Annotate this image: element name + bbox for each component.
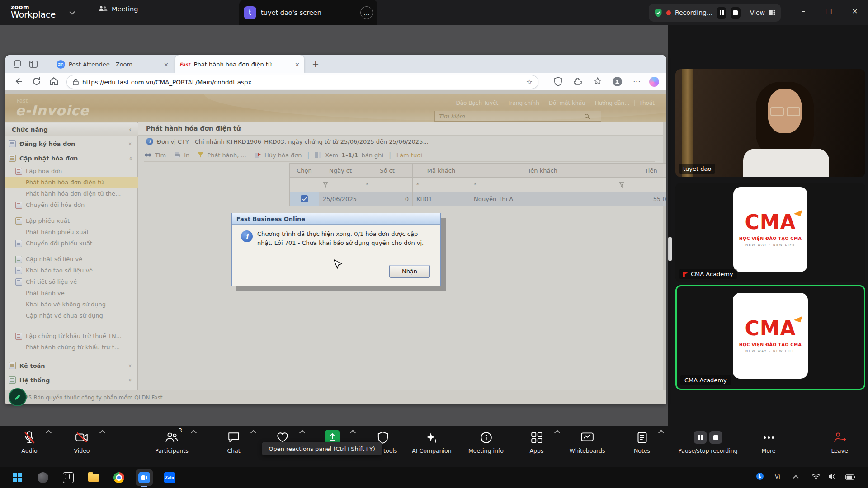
participant-name-label: CMA Academy xyxy=(679,269,737,279)
dialog-ok-button[interactable]: Nhận xyxy=(389,265,430,278)
leave-button[interactable]: Leave xyxy=(806,429,868,454)
stop-recording-icon[interactable] xyxy=(709,431,722,444)
favorites-icon[interactable] xyxy=(593,77,602,86)
mic-muted-icon xyxy=(23,431,36,444)
annotation-pencil-button[interactable] xyxy=(9,388,27,406)
tab-meeting[interactable]: Meeting xyxy=(99,5,138,13)
mouse-cursor xyxy=(334,259,344,270)
whiteboard-icon xyxy=(580,432,594,443)
pause-recording-icon[interactable] xyxy=(694,431,707,444)
glasses xyxy=(770,107,784,116)
browser-tab-einvoice[interactable]: Fast Phát hành hóa đơn điện tử × xyxy=(175,55,304,73)
camera-off-icon xyxy=(75,432,89,443)
notes-icon xyxy=(637,432,648,444)
participant-video-cma-academy-active[interactable]: CMA HỌC VIỆN ĐÀO TẠO CMA NEW WAY - NEW L… xyxy=(675,285,865,390)
windows-taskbar: Zalo Vi xyxy=(0,467,868,488)
cma-logo: CMA xyxy=(745,212,796,232)
sharing-indicator-icon xyxy=(683,272,688,277)
more-button[interactable]: More xyxy=(735,429,802,454)
browser-tab-zoom[interactable]: zm Post Attendee - Zoom × xyxy=(52,55,173,73)
pause-recording-button[interactable] xyxy=(717,7,726,19)
workspaces-icon[interactable] xyxy=(13,60,22,69)
bookmark-star-icon[interactable]: ☆ xyxy=(526,78,533,86)
tab-actions-icon[interactable] xyxy=(29,60,38,69)
address-bar[interactable]: https://edu.fast.com.vn/CMA_PORTAL/Main/… xyxy=(66,75,538,89)
extensions-icon[interactable] xyxy=(573,77,582,86)
participant-video-cma-academy[interactable]: CMA HỌC VIỆN ĐÀO TẠO CMA NEW WAY - NEW L… xyxy=(675,183,865,282)
window-maximize-button[interactable]: □ xyxy=(822,7,835,15)
sparkle-icon xyxy=(425,432,438,444)
zoom-favicon: zm xyxy=(57,60,65,69)
tray-blue-arrow-icon[interactable] xyxy=(756,472,764,482)
dialog-message: Chương trình đã thực hiện xong, 0/1 hóa … xyxy=(257,230,434,248)
view-layout-icon[interactable] xyxy=(769,9,775,16)
chat-icon xyxy=(227,432,240,443)
pencil-icon xyxy=(14,393,22,401)
zalo-button[interactable]: Zalo xyxy=(161,469,178,486)
reload-icon[interactable] xyxy=(32,76,42,86)
dialog-info-icon: i xyxy=(241,230,253,242)
participant-name-label: tuyet dao xyxy=(679,164,715,174)
reactions-tooltip: Open reactions panel (Ctrl+Shift+Y) xyxy=(262,442,382,455)
notes-button[interactable]: Notes xyxy=(608,429,676,454)
window-minimize-button[interactable]: – xyxy=(797,7,810,15)
tray-hidden-icons-chevron[interactable] xyxy=(793,475,799,481)
chrome-button[interactable] xyxy=(110,469,127,486)
start-button[interactable] xyxy=(9,469,26,486)
zoom-app-button[interactable] xyxy=(136,469,153,486)
leave-icon xyxy=(833,432,846,444)
view-button[interactable]: View xyxy=(750,9,765,16)
dialog-title-bar[interactable]: Fast Business Online xyxy=(232,213,440,225)
search-button[interactable] xyxy=(34,469,52,486)
screen-tab-avatar: t xyxy=(244,6,256,19)
recording-pill: Recording... View xyxy=(649,4,781,22)
security-shield-icon xyxy=(654,8,662,18)
people-icon xyxy=(99,5,108,13)
browser-tab-strip: zm Post Attendee - Zoom × Fast Phát hành… xyxy=(5,55,666,73)
tab-screen-share[interactable]: t tuyet dao's screen … xyxy=(239,0,377,25)
workspace-chevron-icon[interactable] xyxy=(69,9,75,15)
tray-language-indicator[interactable]: Vi xyxy=(775,473,780,480)
panel-resize-handle[interactable] xyxy=(668,237,672,261)
tab-close-icon[interactable]: × xyxy=(295,61,300,68)
cma-logo-card: CMA HỌC VIỆN ĐÀO TẠO CMA NEW WAY - NEW L… xyxy=(733,187,807,272)
browser-menu-icon[interactable]: … xyxy=(633,75,641,84)
lock-icon[interactable] xyxy=(73,79,79,85)
participant-video-tuyet-dao[interactable]: tuyet dao xyxy=(675,69,865,177)
stop-recording-button[interactable] xyxy=(731,7,741,19)
fast-favicon: Fast xyxy=(179,62,190,67)
tab-close-icon[interactable]: × xyxy=(164,61,169,68)
tray-wifi-icon[interactable] xyxy=(812,473,820,482)
back-icon[interactable] xyxy=(14,76,24,86)
apps-grid-icon xyxy=(531,432,543,444)
cma-logo-card: CMA HỌC VIỆN ĐÀO TẠO CMA NEW WAY - NEW L… xyxy=(733,293,808,379)
copilot-icon[interactable] xyxy=(649,77,659,87)
browser-nav-bar: https://edu.fast.com.vn/CMA_PORTAL/Main/… xyxy=(5,73,666,90)
task-view-button[interactable] xyxy=(60,469,77,486)
window-close-button[interactable]: × xyxy=(848,7,862,15)
recording-dot-icon xyxy=(666,10,671,15)
file-explorer-button[interactable] xyxy=(85,469,102,486)
video-button[interactable]: Video xyxy=(48,429,116,454)
privacy-shield-icon[interactable] xyxy=(554,77,562,86)
url-text: https://edu.fast.com.vn/CMA_PORTAL/Main/… xyxy=(82,79,252,86)
tray-battery-icon[interactable] xyxy=(845,473,855,482)
new-tab-button[interactable]: + xyxy=(312,59,319,69)
shirt xyxy=(743,149,829,177)
home-icon[interactable] xyxy=(49,76,59,86)
participant-name-label: CMA Academy xyxy=(680,375,731,385)
zoom-title-bar: zoom Workplace Meeting t tuyet dao's scr… xyxy=(0,0,868,25)
tab-options-button[interactable]: … xyxy=(360,6,373,19)
tray-volume-icon[interactable] xyxy=(828,473,836,482)
info-circle-icon xyxy=(480,432,492,444)
pause-stop-recording-button[interactable]: Pause/stop recording xyxy=(674,429,742,454)
desktop: zoom Workplace Meeting t tuyet dao's scr… xyxy=(0,0,868,488)
participants-icon xyxy=(165,432,179,443)
profile-avatar[interactable] xyxy=(613,77,622,86)
fast-business-dialog: Fast Business Online i Chương trình đã t… xyxy=(231,213,441,286)
zoom-workplace-logo[interactable]: zoom Workplace xyxy=(11,4,56,19)
participants-count-badge: 3 xyxy=(179,427,182,434)
